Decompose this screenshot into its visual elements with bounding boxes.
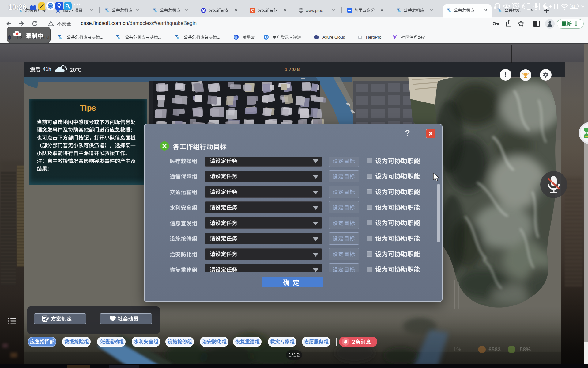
- svg-text:C: C: [251, 8, 254, 13]
- svg-text:61: 61: [571, 5, 575, 8]
